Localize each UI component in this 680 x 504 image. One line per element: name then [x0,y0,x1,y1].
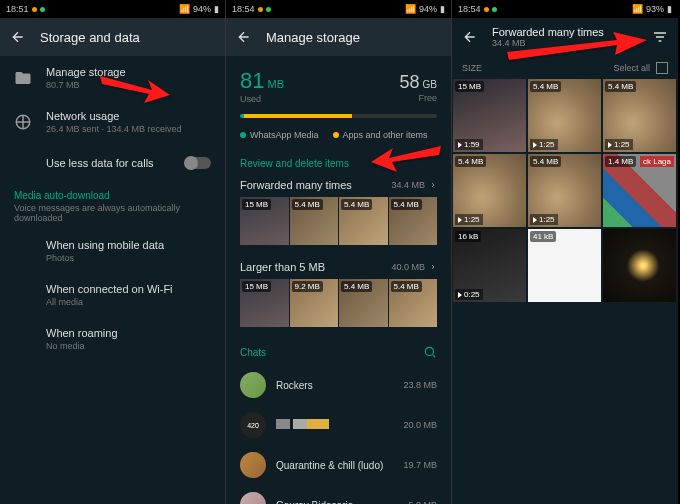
chevron-right-icon [429,181,437,189]
screen-forwarded-many: 18:54 📶93%▮ Forwarded many times 34.4 MB… [452,0,678,504]
chat-row[interactable]: 420 20.0 MB [226,405,451,445]
storage-bar [240,114,437,118]
media-cell[interactable]: 5.4 MB1:25 [527,153,602,228]
svg-point-2 [425,347,433,355]
roaming-row[interactable]: When roamingNo media [0,317,225,361]
manage-storage-row[interactable]: Manage storage 80.7 MB [0,56,225,100]
header: Storage and data [0,18,225,56]
mobile-data-row[interactable]: When using mobile dataPhotos [0,229,225,273]
larger-thumbs[interactable]: 15 MB 9.2 MB 5.4 MB 5.4 MB [226,279,451,335]
storage-numbers: 81 MBUsed 58 GBFree [226,56,451,108]
back-icon[interactable] [10,29,26,45]
media-cell[interactable]: 5.4 MB1:25 [452,153,527,228]
section-label: Media auto-download [0,182,225,203]
media-cell[interactable]: 5.4 MB1:25 [527,78,602,153]
avatar [240,372,266,398]
chats-header: Chats [226,335,451,365]
page-title: Storage and data [40,30,140,45]
forwarded-thumbs[interactable]: 15 MB 5.4 MB 5.4 MB 5.4 MB [226,197,451,253]
status-bar: 18:51 📶94%▮ [0,0,225,18]
size-label: SIZE [462,63,482,73]
search-icon[interactable] [423,345,437,359]
screen-manage-storage: 18:54 📶94%▮ Manage storage 81 MBUsed 58 … [226,0,452,504]
use-less-data-row[interactable]: Use less data for calls [0,144,225,182]
folder-icon [14,69,32,87]
avatar: 420 [240,412,266,438]
page-title: Forwarded many times [492,26,638,38]
network-usage-row[interactable]: Network usage 26.4 MB sent · 134.4 MB re… [0,100,225,144]
screen-storage-and-data: 18:51 📶94%▮ Storage and data Manage stor… [0,0,226,504]
chat-row[interactable]: Gaurav Bidasaria5.8 MB [226,485,451,504]
select-row: SIZE Select all [452,56,678,78]
avatar [240,492,266,504]
page-title: Manage storage [266,30,360,45]
network-icon [14,113,32,131]
media-cell[interactable]: 16 kB0:25 [452,228,527,303]
header: Forwarded many times 34.4 MB [452,18,678,56]
sort-icon[interactable] [652,29,668,45]
larger-heading[interactable]: Larger than 5 MB 40.0 MB [226,253,451,279]
status-bar: 18:54 📶93%▮ [452,0,678,18]
media-grid: 15 MB1:595.4 MB1:255.4 MB1:255.4 MB1:255… [452,78,678,303]
media-cell[interactable]: 1.4 MBck Laga [602,153,677,228]
back-icon[interactable] [462,29,478,45]
legend: WhatsApp Media Apps and other items [226,126,451,150]
chat-row[interactable]: Rockers23.8 MB [226,365,451,405]
review-label: Review and delete items [226,150,451,171]
media-cell[interactable]: 15 MB1:59 [452,78,527,153]
chat-row[interactable]: Quarantine & chill (ludo)19.7 MB [226,445,451,485]
media-cell[interactable] [602,228,677,303]
forwarded-heading[interactable]: Forwarded many times 34.4 MB [226,171,451,197]
avatar [240,452,266,478]
toggle[interactable] [185,157,211,169]
media-cell[interactable]: 41 kB [527,228,602,303]
header: Manage storage [226,18,451,56]
wifi-row[interactable]: When connected on Wi-FiAll media [0,273,225,317]
select-all-checkbox[interactable] [656,62,668,74]
media-cell[interactable]: 5.4 MB1:25 [602,78,677,153]
status-bar: 18:54 📶94%▮ [226,0,451,18]
back-icon[interactable] [236,29,252,45]
